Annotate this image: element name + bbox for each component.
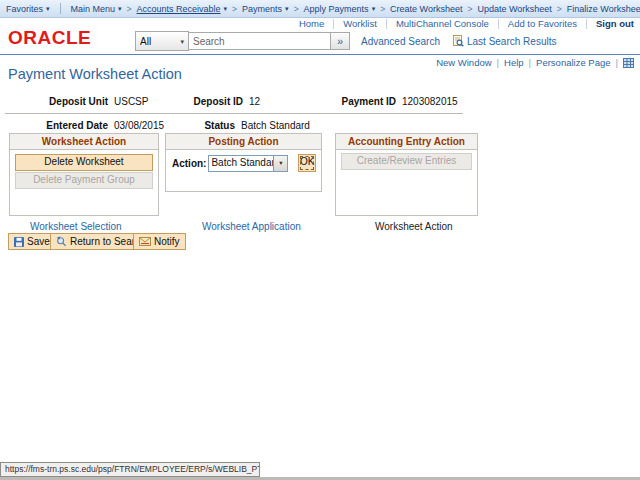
- delete-payment-group-button: Delete Payment Group: [15, 172, 153, 189]
- divider: [333, 19, 334, 29]
- divider: [498, 19, 499, 29]
- accounting-entry-action-groupbox-title: Accounting Entry Action: [336, 134, 477, 150]
- page-title: Payment Worksheet Action: [8, 66, 182, 82]
- status-bar-url: https://fms-trn.ps.sc.edu/psp/FTRN/EMPLO…: [0, 462, 260, 477]
- payment-id-label: Payment ID: [330, 96, 396, 107]
- personalize-page-link[interactable]: Personalize Page: [536, 57, 610, 68]
- worksheet-application-link[interactable]: Worksheet Application: [202, 221, 301, 232]
- search-input[interactable]: [189, 32, 331, 50]
- breadcrumb-apply-payments[interactable]: Apply Payments ▾: [304, 4, 376, 14]
- breadcrumb-payments-label: Payments: [242, 4, 282, 14]
- breadcrumb-create-worksheet[interactable]: Create Worksheet: [390, 4, 462, 14]
- posting-action-row: Action: Batch Standard ▾ OK: [172, 154, 316, 172]
- sign-out-link[interactable]: Sign out: [596, 18, 634, 29]
- chevron-right-icon: >: [232, 4, 237, 14]
- header-divider: [0, 54, 640, 55]
- breadcrumb-finalize-worksheet[interactable]: Finalize Worksheet: [567, 4, 640, 14]
- status-label: Status: [178, 120, 235, 131]
- help-link[interactable]: Help: [504, 57, 524, 68]
- entered-date-label: Entered Date: [8, 120, 108, 131]
- chevron-down-icon: ▾: [279, 160, 282, 167]
- breadcrumb-update-worksheet[interactable]: Update Worksheet: [477, 4, 551, 14]
- entered-date-value: 03/08/2015: [114, 120, 164, 131]
- divider: [386, 19, 387, 29]
- envelope-icon: [139, 237, 151, 246]
- chevron-down-icon: ▾: [46, 5, 50, 12]
- multichannel-console-link[interactable]: MultiChannel Console: [396, 18, 489, 29]
- chevron-down-icon: ▾: [180, 38, 184, 45]
- delete-worksheet-button[interactable]: Delete Worksheet: [15, 154, 153, 171]
- breadcrumb-main-menu[interactable]: Main Menu ▾: [71, 4, 122, 14]
- breadcrumb-payments[interactable]: Payments ▾: [242, 4, 289, 14]
- double-chevron-icon: »: [337, 35, 343, 47]
- new-window-link[interactable]: New Window: [436, 57, 491, 68]
- worklist-link[interactable]: Worklist: [343, 18, 377, 29]
- chevron-right-icon: >: [380, 4, 385, 14]
- ok-button[interactable]: OK: [298, 154, 316, 172]
- last-search-results-label: Last Search Results: [467, 36, 557, 47]
- chevron-right-icon: >: [127, 4, 132, 14]
- breadcrumb: Favorites ▾ Main Menu ▾ > Accounts Recei…: [0, 0, 640, 18]
- search-return-icon: [56, 236, 67, 247]
- oracle-logo: ORACLE: [8, 27, 91, 49]
- breadcrumb-apply-payments-label: Apply Payments: [304, 4, 369, 14]
- chevron-down-icon: ▾: [224, 5, 228, 12]
- utility-nav: Home Worklist MultiChannel Console Add t…: [299, 18, 634, 29]
- home-link[interactable]: Home: [299, 18, 324, 29]
- chevron-right-icon: >: [294, 4, 299, 14]
- breadcrumb-create-worksheet-label: Create Worksheet: [390, 4, 462, 14]
- chevron-down-icon: ▾: [118, 5, 122, 12]
- divider: |: [529, 57, 531, 68]
- posting-action-groupbox: Posting Action Action: Batch Standard ▾ …: [165, 133, 322, 192]
- posting-action-groupbox-title: Posting Action: [166, 134, 321, 150]
- page-actions: New Window | Help | Personalize Page |: [436, 57, 634, 68]
- worksheet-selection-link[interactable]: Worksheet Selection: [30, 221, 122, 232]
- search-scope-dropdown[interactable]: All ▾: [135, 31, 189, 51]
- last-search-results-link[interactable]: Last Search Results: [453, 35, 557, 47]
- accounting-entry-action-groupbox: Accounting Entry Action Create/Review En…: [335, 133, 478, 216]
- notify-button[interactable]: Notify: [133, 233, 186, 250]
- create-review-entries-button: Create/Review Entries: [341, 153, 472, 170]
- breadcrumb-accounts-receivable-label: Accounts Receivable: [137, 4, 221, 14]
- floppy-disk-icon: [14, 237, 24, 247]
- save-button-label: Save: [27, 236, 50, 247]
- worksheet-action-current-page-label: Worksheet Action: [375, 221, 453, 232]
- deposit-unit-label: Deposit Unit: [8, 96, 108, 107]
- save-button[interactable]: Save: [8, 233, 56, 250]
- divider: [5, 113, 463, 114]
- peoplesoft-window: Favorites ▾ Main Menu ▾ > Accounts Recei…: [0, 0, 640, 480]
- deposit-unit-value: USCSP: [114, 96, 148, 107]
- action-dropdown-value: Batch Standard: [209, 156, 273, 171]
- action-dropdown[interactable]: Batch Standard ▾: [208, 155, 288, 172]
- chevron-right-icon: >: [467, 4, 472, 14]
- add-to-favorites-link[interactable]: Add to Favorites: [508, 18, 577, 29]
- breadcrumb-favorites[interactable]: Favorites ▾: [6, 4, 50, 14]
- worksheet-action-groupbox-title: Worksheet Action: [10, 134, 158, 150]
- dropdown-arrow-button[interactable]: ▾: [273, 156, 287, 171]
- chevron-right-icon: >: [557, 4, 562, 14]
- breadcrumb-update-worksheet-label: Update Worksheet: [477, 4, 551, 14]
- deposit-id-value: 12: [249, 96, 260, 107]
- breadcrumb-main-menu-label: Main Menu: [71, 4, 116, 14]
- search-bar: All ▾ » Advanced Search Last Search Resu…: [135, 31, 556, 51]
- action-label: Action:: [172, 158, 206, 169]
- chevron-down-icon: ▾: [372, 5, 376, 12]
- advanced-search-link[interactable]: Advanced Search: [361, 36, 440, 47]
- breadcrumb-finalize-worksheet-label: Finalize Worksheet: [567, 4, 640, 14]
- divider: |: [497, 57, 499, 68]
- chevron-down-icon: ▾: [285, 5, 289, 12]
- divider: [586, 19, 587, 29]
- deposit-id-label: Deposit ID: [178, 96, 243, 107]
- search-scope-value: All: [140, 36, 151, 47]
- search-results-icon: [453, 35, 464, 47]
- payment-id-value: 1203082015: [402, 96, 458, 107]
- divider: |: [616, 57, 618, 68]
- worksheet-action-groupbox: Worksheet Action Delete Worksheet Delete…: [9, 133, 159, 216]
- breadcrumb-accounts-receivable[interactable]: Accounts Receivable ▾: [137, 4, 228, 14]
- divider: [60, 3, 61, 14]
- status-value: Batch Standard: [241, 120, 310, 131]
- notify-button-label: Notify: [154, 236, 180, 247]
- grid-layout-icon[interactable]: [623, 58, 634, 68]
- breadcrumb-favorites-label: Favorites: [6, 4, 43, 14]
- search-go-button[interactable]: »: [331, 32, 350, 50]
